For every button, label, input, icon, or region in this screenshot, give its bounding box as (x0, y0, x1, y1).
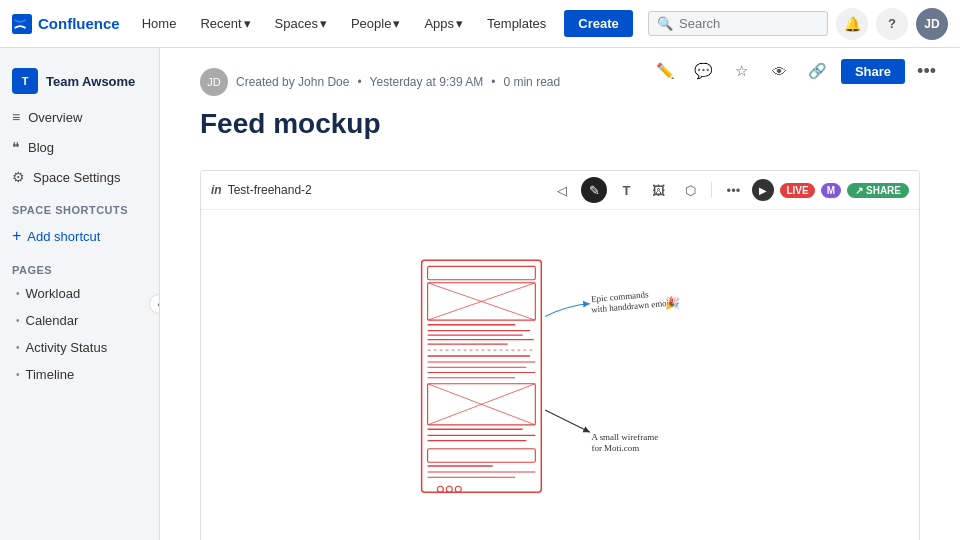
svg-text:A small wireframe: A small wireframe (591, 432, 658, 442)
team-name-label: Team Awsome (46, 74, 135, 89)
user-avatar[interactable]: JD (916, 8, 948, 40)
sidebar-item-overview[interactable]: ≡ Overview (0, 102, 159, 132)
sidebar: T Team Awsome ≡ Overview ❝ Blog ⚙ Space … (0, 48, 160, 540)
page-actions-bar: ✏️ 💬 ☆ 👁 🔗 Share ••• (631, 48, 960, 94)
svg-text:for Moti.com: for Moti.com (591, 443, 639, 453)
top-navigation: Confluence Home Recent ▾ Spaces ▾ People… (0, 0, 960, 48)
create-button[interactable]: Create (564, 10, 632, 37)
page-content: ✏️ 💬 ☆ 👁 🔗 Share ••• JD Created by John … (160, 48, 960, 540)
search-input[interactable] (679, 16, 819, 31)
sidebar-page-workload[interactable]: Workload (0, 280, 159, 307)
svg-text:🎉: 🎉 (665, 295, 680, 310)
embed-share-pill[interactable]: ↗ SHARE (847, 183, 909, 198)
author-avatar: JD (200, 68, 228, 96)
embed-text-tool[interactable]: T (613, 177, 639, 203)
help-button[interactable]: ? (876, 8, 908, 40)
team-name-section[interactable]: T Team Awsome (0, 60, 159, 102)
svg-rect-1 (422, 260, 542, 492)
embed-canvas[interactable]: Epic commands with handdrawn emojil 🎉 A … (201, 210, 919, 540)
search-box[interactable]: 🔍 (648, 11, 828, 36)
edit-button[interactable]: ✏️ (651, 56, 681, 86)
nav-recent[interactable]: Recent ▾ (190, 10, 260, 37)
wireframe-svg: Epic commands with handdrawn emojil 🎉 A … (201, 210, 919, 540)
sidebar-item-blog[interactable]: ❝ Blog (0, 132, 159, 162)
embed-cursor-tool[interactable]: ◁ (549, 177, 575, 203)
comment-action-button[interactable]: 💬 (689, 56, 719, 86)
logo-text: Confluence (38, 15, 120, 32)
nav-home[interactable]: Home (132, 10, 187, 37)
sidebar-page-timeline[interactable]: Timeline (0, 361, 159, 388)
embed-tool-divider (711, 182, 712, 198)
star-button[interactable]: ☆ (727, 56, 757, 86)
main-layout: T Team Awsome ≡ Overview ❝ Blog ⚙ Space … (0, 48, 960, 540)
embed-pen-tool[interactable]: ✎ (581, 177, 607, 203)
overview-label: Overview (28, 110, 82, 125)
sidebar-item-space-settings[interactable]: ⚙ Space Settings (0, 162, 159, 192)
embed-file-name: Test-freehand-2 (228, 183, 544, 197)
created-by-label: Created by John Doe (236, 75, 349, 89)
date-label: Yesterday at 9:39 AM (370, 75, 484, 89)
read-time-label: 0 min read (503, 75, 560, 89)
embed-more-tools[interactable]: ••• (720, 177, 746, 203)
share-button[interactable]: Share (841, 59, 905, 84)
nav-templates[interactable]: Templates (477, 10, 556, 37)
embed-image-tool[interactable]: 🖼 (645, 177, 671, 203)
confluence-logo[interactable]: Confluence (12, 14, 120, 34)
notifications-button[interactable]: 🔔 (836, 8, 868, 40)
embed-play-button[interactable]: ▶ (752, 179, 774, 201)
svg-point-27 (437, 486, 443, 492)
nav-right-section: 🔍 🔔 ? JD (648, 8, 948, 40)
overview-icon: ≡ (12, 109, 20, 125)
more-options-button[interactable]: ••• (913, 57, 940, 86)
settings-icon: ⚙ (12, 169, 25, 185)
link-button[interactable]: 🔗 (803, 56, 833, 86)
blog-icon: ❝ (12, 139, 20, 155)
svg-rect-2 (428, 266, 536, 279)
shortcuts-section-title: SPACE SHORTCUTS (0, 192, 159, 220)
add-icon: + (12, 227, 21, 245)
sidebar-page-calendar[interactable]: Calendar (0, 307, 159, 334)
blog-label: Blog (28, 140, 54, 155)
svg-point-28 (446, 486, 452, 492)
embed-container: in Test-freehand-2 ◁ ✎ T 🖼 ⬡ ••• ▶ LIVE … (200, 170, 920, 540)
sidebar-page-activity-status[interactable]: Activity Status (0, 334, 159, 361)
embed-connect-tool[interactable]: ⬡ (677, 177, 703, 203)
add-shortcut-label: Add shortcut (27, 229, 100, 244)
nav-spaces[interactable]: Spaces ▾ (265, 10, 337, 37)
team-icon: T (12, 68, 38, 94)
embed-user-pill-2: M (821, 183, 841, 198)
svg-rect-0 (12, 14, 32, 34)
embed-logo: in (211, 183, 222, 197)
embed-user-pill-1: LIVE (780, 183, 814, 198)
embed-toolbar: in Test-freehand-2 ◁ ✎ T 🖼 ⬡ ••• ▶ LIVE … (201, 171, 919, 210)
space-settings-label: Space Settings (33, 170, 120, 185)
nav-apps[interactable]: Apps ▾ (414, 10, 473, 37)
svg-rect-23 (428, 449, 536, 462)
add-shortcut-button[interactable]: + Add shortcut (0, 220, 159, 252)
svg-point-29 (455, 486, 461, 492)
watch-button[interactable]: 👁 (765, 56, 795, 86)
pages-section-title: PAGES (0, 252, 159, 280)
page-title: Feed mockup (200, 108, 920, 140)
search-icon: 🔍 (657, 16, 673, 31)
nav-people[interactable]: People ▾ (341, 10, 410, 37)
